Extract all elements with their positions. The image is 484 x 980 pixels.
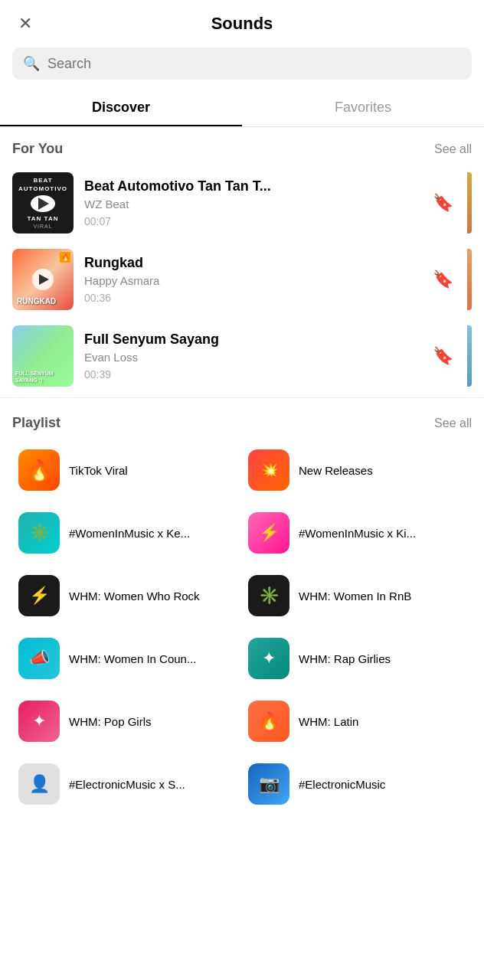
list-item[interactable]: ✦ WHM: Rap Girlies bbox=[242, 627, 472, 690]
tab-discover[interactable]: Discover bbox=[0, 89, 242, 126]
track-duration: 00:36 bbox=[84, 292, 419, 304]
search-bar[interactable]: 🔍 bbox=[12, 47, 472, 80]
playlist-label: WHM: Latin bbox=[299, 715, 466, 728]
track-name: Rungkad bbox=[84, 255, 419, 271]
playlist-icon-whm-latin: 🔥 bbox=[248, 701, 289, 742]
playlist-label: #WomenInMusic x Ki... bbox=[299, 527, 466, 540]
playlist-icon-electronic: 📷 bbox=[248, 763, 289, 805]
list-item[interactable]: ⚡ WHM: Women Who Rock bbox=[12, 564, 242, 627]
track-artist: Evan Loss bbox=[84, 351, 419, 364]
playlist-icon-new-releases: 💥 bbox=[248, 449, 289, 491]
playlist-label: WHM: Women In Coun... bbox=[69, 652, 236, 665]
track-item[interactable]: BEAT AUTOMOTIVO TAN TAN VIRAL Beat Autom… bbox=[0, 165, 484, 241]
playlist-label: WHM: Pop Girls bbox=[69, 715, 236, 728]
search-icon: 🔍 bbox=[23, 55, 40, 72]
track-info: Full Senyum Sayang Evan Loss 00:39 bbox=[84, 332, 419, 381]
track-item[interactable]: RUNGKAD 🔥 Rungkad Happy Asmara 00:36 🔖 bbox=[0, 241, 484, 318]
bookmark-button[interactable]: 🔖 bbox=[430, 266, 456, 292]
playlist-label: New Releases bbox=[299, 464, 466, 477]
track-name: Full Senyum Sayang bbox=[84, 332, 419, 348]
playlist-icon-women-ke: ✳️ bbox=[18, 512, 60, 554]
track-name: Beat Automotivo Tan Tan T... bbox=[84, 178, 419, 194]
list-item[interactable]: 🔥 WHM: Latin bbox=[242, 690, 472, 753]
playlist-grid: 🔥 TikTok Viral 💥 New Releases ✳️ #WomenI… bbox=[0, 439, 484, 815]
list-item[interactable]: ✳️ #WomenInMusic x Ke... bbox=[12, 501, 242, 564]
page-title: Sounds bbox=[211, 14, 273, 34]
track-info: Beat Automotivo Tan Tan T... WZ Beat 00:… bbox=[84, 178, 419, 227]
track-duration: 00:39 bbox=[84, 368, 419, 381]
track-thumbnail: BEAT AUTOMOTIVO TAN TAN VIRAL bbox=[12, 172, 74, 234]
playlist-icon-tiktok-viral: 🔥 bbox=[18, 449, 60, 491]
playlist-label: #ElectronicMusic x S... bbox=[69, 778, 236, 791]
for-you-header: For You See all bbox=[0, 127, 484, 165]
playlist-label: #ElectronicMusic bbox=[299, 778, 466, 791]
header: ✕ Sounds bbox=[0, 0, 484, 41]
list-item[interactable]: 👤 #ElectronicMusic x S... bbox=[12, 753, 242, 815]
playlist-icon-women-ki: ⚡ bbox=[248, 512, 289, 554]
close-button[interactable]: ✕ bbox=[15, 11, 35, 37]
list-item[interactable]: 💥 New Releases bbox=[242, 439, 472, 501]
list-item[interactable]: 📷 #ElectronicMusic bbox=[242, 753, 472, 815]
playlist-label: #WomenInMusic x Ke... bbox=[69, 527, 236, 540]
divider bbox=[0, 397, 484, 398]
list-item[interactable]: ⚡ #WomenInMusic x Ki... bbox=[242, 501, 472, 564]
track-info: Rungkad Happy Asmara 00:36 bbox=[84, 255, 419, 304]
playlist-header: Playlist See all bbox=[0, 401, 484, 439]
list-item[interactable]: ✦ WHM: Pop Girls bbox=[12, 690, 242, 753]
track-thumbnail: RUNGKAD 🔥 bbox=[12, 249, 74, 310]
for-you-title: For You bbox=[12, 141, 63, 157]
list-item[interactable]: 🔥 TikTok Viral bbox=[12, 439, 242, 501]
playlist-icon-whm-rnb: ✳️ bbox=[248, 575, 289, 616]
playlist-label: WHM: Rap Girlies bbox=[299, 652, 466, 665]
playlist-label: TikTok Viral bbox=[69, 464, 236, 477]
playlist-icon-whm-country: 📣 bbox=[18, 638, 60, 679]
track-item[interactable]: FULL SENYUMSAYANG :) Full Senyum Sayang … bbox=[0, 318, 484, 394]
tabs: Discover Favorites bbox=[0, 89, 484, 127]
playlist-icon-whm-rock: ⚡ bbox=[18, 575, 60, 616]
playlist-label: WHM: Women In RnB bbox=[299, 590, 466, 603]
playlist-icon-whm-rap: ✦ bbox=[248, 638, 289, 679]
bookmark-button[interactable]: 🔖 bbox=[430, 190, 456, 216]
playlist-icon-electronic-s: 👤 bbox=[18, 763, 60, 805]
track-thumbnail: FULL SENYUMSAYANG :) bbox=[12, 325, 74, 387]
playlist-see-all[interactable]: See all bbox=[434, 416, 472, 430]
list-item[interactable]: ✳️ WHM: Women In RnB bbox=[242, 564, 472, 627]
playlist-label: WHM: Women Who Rock bbox=[69, 590, 236, 603]
playlist-title: Playlist bbox=[12, 415, 60, 431]
track-artist: Happy Asmara bbox=[84, 274, 419, 287]
bookmark-button[interactable]: 🔖 bbox=[430, 343, 456, 369]
for-you-see-all[interactable]: See all bbox=[434, 142, 472, 156]
track-artist: WZ Beat bbox=[84, 198, 419, 211]
list-item[interactable]: 📣 WHM: Women In Coun... bbox=[12, 627, 242, 690]
playlist-icon-whm-pop: ✦ bbox=[18, 701, 60, 742]
track-duration: 00:07 bbox=[84, 215, 419, 227]
search-input[interactable] bbox=[47, 56, 461, 72]
tab-favorites[interactable]: Favorites bbox=[242, 89, 484, 126]
